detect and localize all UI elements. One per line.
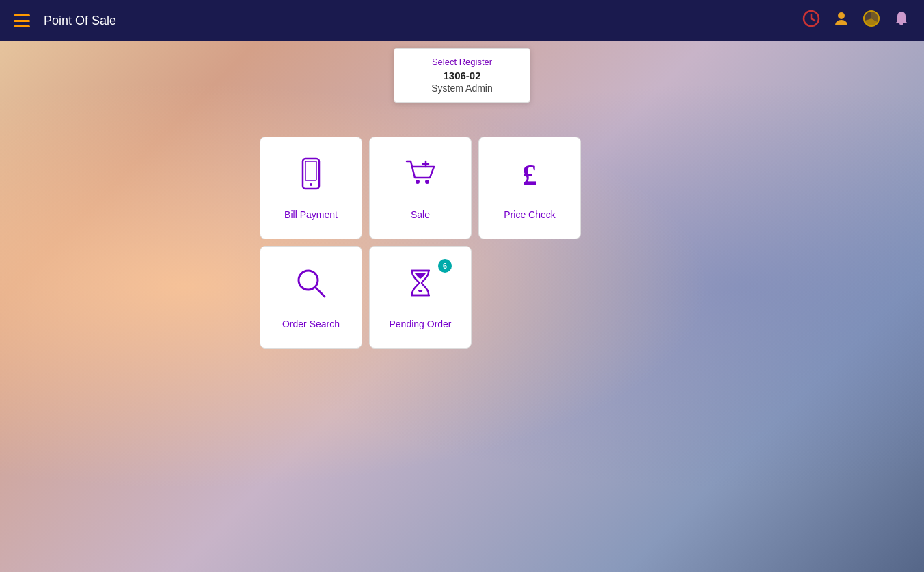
sale-label: Sale: [411, 209, 430, 220]
phone-icon: [293, 156, 329, 202]
register-label: Select Register: [422, 57, 502, 67]
sale-cart-icon: [403, 156, 438, 202]
app-title: Point Of Sale: [44, 14, 802, 28]
navbar: Point Of Sale: [0, 0, 924, 41]
bell-icon[interactable]: [893, 10, 910, 31]
tiles-container: Bill Payment Sale £: [260, 137, 581, 349]
tile-order-search[interactable]: Order Search: [260, 246, 362, 349]
svg-point-10: [425, 180, 429, 184]
navbar-icons: [802, 10, 910, 31]
hourglass-icon: [403, 265, 438, 312]
chart-icon[interactable]: [862, 10, 880, 31]
menu-button[interactable]: [14, 14, 30, 27]
tile-bill-payment[interactable]: Bill Payment: [260, 137, 362, 239]
register-user: System Admin: [422, 83, 502, 94]
user-icon[interactable]: [832, 10, 850, 31]
svg-point-8: [310, 183, 312, 186]
order-search-label: Order Search: [282, 318, 340, 329]
price-check-label: Price Check: [504, 209, 555, 220]
tiles-row-2: Order Search 6 Pending Order: [260, 246, 581, 349]
svg-text:£: £: [523, 159, 537, 191]
svg-point-9: [416, 180, 420, 184]
search-icon: [293, 265, 329, 312]
pound-icon: £: [512, 156, 547, 202]
svg-point-3: [838, 12, 845, 19]
bill-payment-label: Bill Payment: [284, 209, 338, 220]
register-dropdown[interactable]: Select Register 1306-02 System Admin: [394, 48, 530, 103]
pending-order-label: Pending Order: [389, 318, 451, 329]
svg-rect-5: [899, 23, 903, 25]
pending-order-badge: 6: [438, 259, 452, 273]
svg-line-15: [315, 287, 325, 297]
svg-rect-7: [305, 161, 316, 180]
tile-pending-order[interactable]: 6 Pending Order: [369, 246, 472, 349]
tile-sale[interactable]: Sale: [369, 137, 472, 239]
clock-icon[interactable]: [802, 10, 820, 31]
tile-price-check[interactable]: £ Price Check: [478, 137, 581, 239]
register-id: 1306-02: [422, 70, 502, 81]
tiles-row-1: Bill Payment Sale £: [260, 137, 581, 239]
svg-line-2: [811, 18, 815, 21]
